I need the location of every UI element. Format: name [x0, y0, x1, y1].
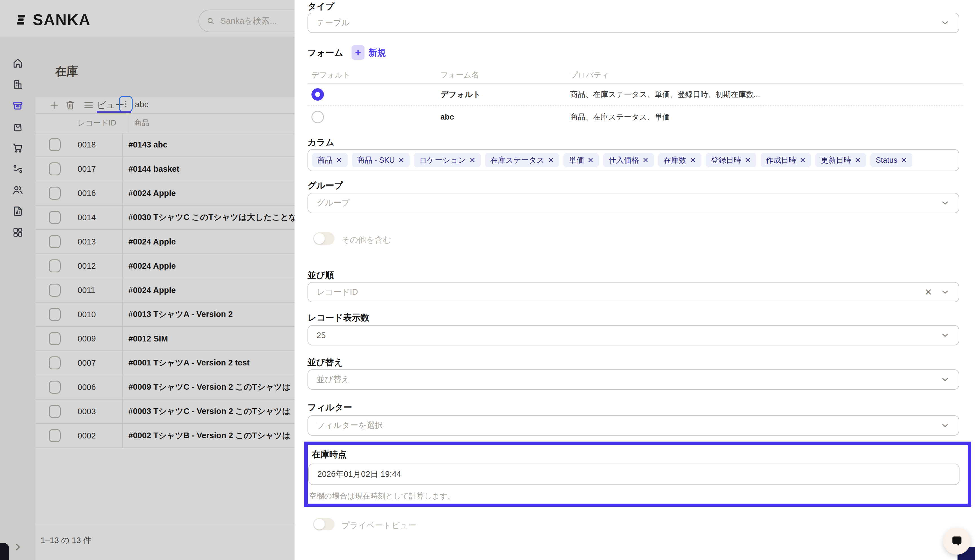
- column-chip: 商品✕: [312, 153, 347, 167]
- sort-value: レコードID: [317, 287, 358, 298]
- type-value: テーブル: [317, 17, 350, 28]
- view-settings-panel: タイプ テーブル フォーム + 新規 デフォルト フォーム名 プロパティ デフォ…: [294, 0, 975, 560]
- column-chip: 商品 - SKU✕: [352, 153, 410, 167]
- type-label: タイプ: [307, 0, 334, 12]
- add-form-button[interactable]: +: [352, 45, 364, 60]
- chevron-down-icon: [940, 198, 950, 208]
- column-chip: 単価✕: [563, 153, 599, 167]
- radio-unselected[interactable]: [311, 111, 324, 123]
- remove-chip-icon[interactable]: ✕: [901, 156, 907, 165]
- snapshot-label: 在庫時点: [312, 448, 347, 460]
- chat-bubble-icon: [950, 534, 964, 548]
- form-col-name: フォーム名: [441, 70, 479, 80]
- remove-chip-icon[interactable]: ✕: [690, 156, 696, 165]
- private-view-toggle[interactable]: [313, 518, 335, 530]
- limit-label: レコード表示数: [307, 312, 369, 324]
- remove-chip-icon[interactable]: ✕: [469, 156, 475, 165]
- form-col-properties: プロパティ: [570, 70, 609, 80]
- remove-chip-icon[interactable]: ✕: [745, 156, 751, 165]
- group-placeholder: グループ: [317, 197, 350, 209]
- form-name: デフォルト: [441, 89, 481, 100]
- modal-dim-overlay: [0, 0, 294, 560]
- remove-chip-icon[interactable]: ✕: [548, 156, 554, 165]
- column-chip: 作成日時✕: [761, 153, 811, 167]
- limit-value: 25: [317, 331, 326, 340]
- clear-icon[interactable]: ✕: [925, 287, 932, 297]
- chevron-down-icon: [940, 287, 950, 297]
- remove-chip-icon[interactable]: ✕: [800, 156, 806, 165]
- column-chip: 在庫数✕: [658, 153, 701, 167]
- include-others-label: その他を含む: [341, 234, 391, 246]
- chat-fab-button[interactable]: [943, 528, 970, 555]
- remove-chip-icon[interactable]: ✕: [336, 156, 342, 165]
- form-row-abc[interactable]: abc 商品、在庫ステータス、単価: [307, 106, 962, 128]
- chevron-down-icon: [940, 330, 950, 340]
- chevron-down-icon: [940, 18, 950, 28]
- group-select[interactable]: グループ: [307, 193, 959, 213]
- remove-chip-icon[interactable]: ✕: [855, 156, 861, 165]
- remove-chip-icon[interactable]: ✕: [643, 156, 649, 165]
- column-chip: 仕入価格✕: [603, 153, 654, 167]
- form-properties: 商品、在庫ステータス、単価: [570, 112, 670, 122]
- form-col-default: デフォルト: [311, 70, 351, 80]
- filter-placeholder: フィルターを選択: [317, 420, 383, 431]
- sort-select[interactable]: レコードID ✕: [307, 282, 959, 302]
- limit-select[interactable]: 25: [307, 325, 959, 345]
- radio-selected[interactable]: [311, 88, 324, 101]
- private-view-label: プライベートビュー: [341, 520, 416, 531]
- snapshot-datetime-input[interactable]: [308, 463, 960, 485]
- column-chip: Status✕: [870, 153, 912, 167]
- order-placeholder: 並び替え: [317, 374, 349, 385]
- column-chip: ロケーション✕: [414, 153, 481, 167]
- corner-widget: [0, 543, 9, 560]
- columns-label: カラム: [307, 137, 334, 148]
- form-row-default[interactable]: デフォルト 商品、在庫ステータス、単価、登録日時、初期在庫数...: [307, 83, 962, 105]
- chevron-down-icon: [940, 375, 950, 385]
- chevron-down-icon: [940, 420, 950, 430]
- form-properties: 商品、在庫ステータス、単価、登録日時、初期在庫数...: [570, 89, 760, 100]
- remove-chip-icon[interactable]: ✕: [398, 156, 404, 165]
- new-form-link[interactable]: 新規: [369, 47, 386, 58]
- form-label: フォーム: [307, 47, 343, 58]
- filter-label: フィルター: [307, 402, 352, 413]
- columns-multiselect[interactable]: 商品✕ 商品 - SKU✕ ロケーション✕ 在庫ステータス✕ 単価✕ 仕入価格✕…: [307, 149, 959, 171]
- form-table-header: デフォルト フォーム名 プロパティ: [307, 68, 962, 83]
- sort-label: 並び順: [307, 269, 334, 281]
- type-select[interactable]: テーブル: [307, 13, 959, 33]
- remove-chip-icon[interactable]: ✕: [588, 156, 594, 165]
- snapshot-helper-text: 空欄の場合は現在時刻として計算します。: [309, 491, 455, 501]
- snapshot-highlighted-section: 在庫時点 空欄の場合は現在時刻として計算します。: [304, 442, 971, 507]
- order-select[interactable]: 並び替え: [307, 369, 959, 390]
- column-chip: 更新日時✕: [815, 153, 866, 167]
- include-others-toggle[interactable]: [313, 232, 335, 245]
- column-chip: 在庫ステータス✕: [485, 153, 559, 167]
- order-label: 並び替え: [307, 357, 343, 368]
- plus-icon: +: [355, 47, 361, 58]
- column-chip: 登録日時✕: [706, 153, 756, 167]
- filter-select[interactable]: フィルターを選択: [307, 415, 959, 436]
- form-name: abc: [441, 113, 454, 122]
- group-label: グループ: [307, 180, 343, 192]
